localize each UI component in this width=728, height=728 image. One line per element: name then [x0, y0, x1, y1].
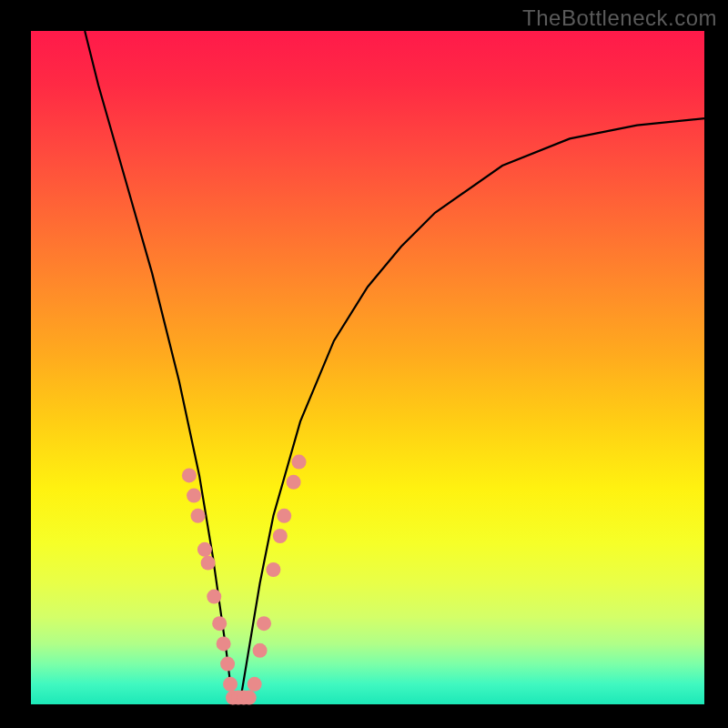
data-marker	[223, 677, 238, 692]
data-marker	[257, 616, 271, 631]
data-marker	[220, 657, 235, 672]
data-marker	[191, 509, 206, 523]
data-marker	[242, 691, 257, 705]
data-marker	[207, 590, 221, 604]
data-marker	[248, 677, 262, 692]
watermark-text: TheBottleneck.com	[522, 5, 717, 31]
chart-svg	[31, 31, 704, 704]
data-marker	[277, 509, 291, 523]
data-marker	[287, 475, 301, 490]
data-marker	[217, 636, 231, 651]
data-marker	[212, 616, 227, 631]
data-marker	[187, 489, 201, 503]
data-marker	[292, 455, 307, 470]
bottleneck-curve	[85, 31, 704, 704]
chart-plot-area	[31, 31, 704, 704]
data-marker	[253, 643, 268, 658]
data-marker	[201, 556, 216, 571]
data-marker	[273, 529, 288, 543]
data-marker	[197, 542, 212, 557]
data-markers	[182, 455, 307, 705]
data-marker	[266, 562, 280, 577]
data-marker	[182, 468, 197, 482]
